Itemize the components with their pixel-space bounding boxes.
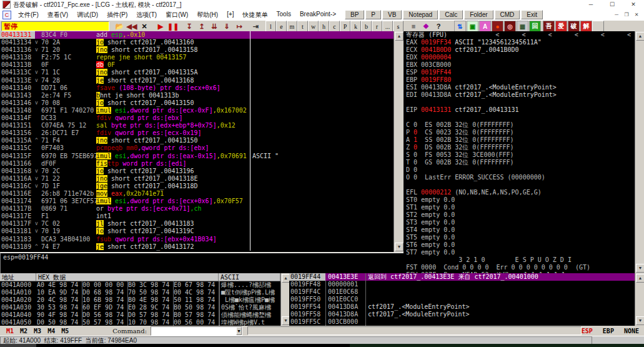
register-line[interactable]: 3 2 1 0 E S P U O Z D I: [404, 256, 635, 264]
empty-toolbar-button[interactable]: [592, 21, 604, 32]
register-line[interactable]: P 0 CS 0023 32位 0(FFFFFFFF): [404, 129, 635, 136]
stack-row[interactable]: 0019FF5800413D8Actf2017_.<ModuleEntryPoi…: [289, 311, 635, 318]
register-line[interactable]: [404, 99, 635, 106]
disasm-row[interactable]: 0041313183C4 F0add esp,-0x10: [0, 31, 394, 39]
register-line[interactable]: EFL 00000212 (NO,NB,NE,A,NS,PO,GE,G): [404, 189, 635, 196]
stack-pane[interactable]: 0019FF4400413E3E返回到 ctf2017_.00413E3E 来自…: [289, 273, 635, 326]
disasm-row[interactable]: 00413140DD71 06fsave (108-byte) ptr ds:[…: [0, 84, 394, 92]
letter-button-dotdotdot[interactable]: ...: [382, 21, 393, 32]
register-line[interactable]: C 0 ES 002B 32位 0(FFFFFFFF): [404, 121, 635, 129]
disasm-row[interactable]: 00413168v70 2Cjo short ctf2017_.00413196: [0, 168, 394, 175]
scroll-down-icon[interactable]: ▼: [636, 316, 644, 325]
register-line[interactable]: ST2 empty 0.0: [404, 211, 635, 219]
stack-row[interactable]: 0019FF50001E0CC0: [289, 296, 635, 303]
letter-button-t[interactable]: t: [297, 21, 308, 32]
register-line[interactable]: T 0 GS 002B 32位 0(FFFFFFFF): [404, 159, 635, 166]
disasm-row[interactable]: 00413136v71 20jno short ctf2017_.0041315…: [0, 46, 394, 54]
brand-button[interactable]: 吾: [543, 21, 555, 32]
register-line[interactable]: [404, 114, 635, 121]
close-button[interactable]: ✕: [623, 0, 644, 9]
disasm-row[interactable]: 0041315C0F7403pcmpeqb mm0,qword ptr ds:[…: [0, 144, 394, 152]
compare-icon[interactable]: ▣: [467, 21, 478, 32]
disasm-row[interactable]: 0041317B0869 71or byte ptr ds:[ecx+0x71]…: [0, 205, 394, 213]
disasm-row[interactable]: 0041316Av71 22jno short ctf2017_.0041318…: [0, 175, 394, 183]
disasm-row[interactable]: 0041315626:DC71 E7fdiv qword ptr es:[ecx…: [0, 129, 394, 137]
letter-button-m[interactable]: m: [287, 21, 297, 32]
disasm-row[interactable]: 00413166dF0Ffisttp word ptr ds:[edi]: [0, 160, 394, 168]
memory-tab-m5[interactable]: M5: [61, 328, 69, 334]
register-line[interactable]: EBP 0019FF80: [404, 76, 635, 84]
hex-dump-pane[interactable]: 地址 HEX 数据 ASCII 0041A000A0 4E 98 7400 00…: [0, 273, 280, 326]
menu-button-folder[interactable]: Folder: [464, 10, 493, 19]
letter-button-l[interactable]: l: [265, 21, 276, 32]
execute-till-cursor-icon[interactable]: ⇥: [249, 21, 262, 32]
stack-row[interactable]: 0019FF5400413D8Actf2017_.<ModuleEntryPoi…: [289, 303, 635, 311]
disasm-row[interactable]: 0041314FDC33fdiv qword ptr ds:[ebx]: [0, 114, 394, 122]
register-line[interactable]: A 1 SS 002B 32位 0(FFFFFFFF): [404, 136, 635, 144]
register-line[interactable]: ST0 empty 0.0: [404, 196, 635, 204]
menu-item-tools[interactable]: Tools: [272, 11, 295, 19]
letter-button-c[interactable]: c: [329, 21, 340, 32]
exit-door-icon[interactable]: 回: [529, 21, 541, 32]
register-line[interactable]: EBX 003CB000: [404, 61, 635, 69]
disasm-row[interactable]: 0041317EF1int1: [0, 213, 394, 220]
stack-scrollbar[interactable]: ▲ ▼: [635, 273, 644, 326]
analyze-icon[interactable]: A: [479, 21, 491, 32]
register-line[interactable]: EDX 00000004: [404, 54, 635, 61]
trace-into-icon[interactable]: ⇊: [208, 21, 220, 32]
disasm-row[interactable]: 0041316Cv7D 1Fjge short ctf2017_.0041318…: [0, 183, 394, 190]
letter-button-s[interactable]: s: [393, 21, 404, 32]
disasm-row[interactable]: 0041315F6970 EB 75EB697imul esi,dword pt…: [0, 153, 394, 160]
column-ascii[interactable]: ASCII: [219, 273, 280, 281]
record-icon[interactable]: ●: [492, 21, 503, 32]
register-line[interactable]: ST7 empty 0.0: [404, 249, 635, 256]
menu-button-p[interactable]: P: [365, 10, 381, 19]
minimize-button[interactable]: ─: [580, 0, 602, 9]
register-line[interactable]: [404, 181, 635, 189]
memory-tab-m1[interactable]: M1: [6, 328, 14, 334]
disasm-row[interactable]: 00413181v70 19jo short ctf2017_.0041319C: [0, 228, 394, 235]
register-line[interactable]: ECX 0041B0D0 ctf2017_.0041B0D0: [404, 46, 635, 54]
swap-icon[interactable]: ⇅: [454, 21, 466, 32]
open-folder-icon[interactable]: 📂: [113, 21, 126, 32]
cpu-window-icon[interactable]: C: [2, 11, 11, 19]
letter-button-w[interactable]: w: [308, 21, 319, 32]
dump-row[interactable]: 0041A000A0 4E 98 7400 00 00 00B0 3C 98 7…: [0, 281, 280, 289]
stack-row[interactable]: 0019FF4400413E3E返回到 ctf2017_.00413E3E 来自…: [289, 273, 635, 281]
dropdown-arrow-icon[interactable]: ▼: [236, 327, 242, 335]
column-address[interactable]: 地址: [0, 273, 36, 281]
menu-button-vb[interactable]: VB: [382, 10, 402, 19]
disassembly-scrollbar[interactable]: ▲ ▼: [394, 31, 404, 252]
menu-button-calc[interactable]: Calc: [439, 10, 463, 19]
registers-pane[interactable]: 寄存器 (FPU) < < < < < < EAX 0019FF34 ASCII…: [404, 31, 635, 273]
register-line[interactable]: ST4 empty 0.0: [404, 226, 635, 234]
register-line[interactable]: O 0 LastErr ERROR_SUCCESS (00000000): [404, 174, 635, 181]
register-line[interactable]: ST5 empty 0.0: [404, 234, 635, 241]
run-icon[interactable]: ▶: [154, 21, 167, 32]
disasm-row[interactable]: 004131432e:74 F5bhnt je short 0041313b: [0, 92, 394, 99]
brand-button[interactable]: 爱: [555, 21, 567, 32]
scroll-down-icon[interactable]: ▼: [636, 264, 644, 273]
menu-item-h[interactable]: 帮助(H): [192, 11, 222, 19]
letter-button-r[interactable]: r: [372, 21, 382, 32]
command-input[interactable]: [151, 327, 236, 335]
disasm-row[interactable]: 0041313Ev74 28je short ctf2017_.00413168: [0, 77, 394, 84]
disasm-row[interactable]: 004131486971 F1 740270imul esi,dword ptr…: [0, 107, 394, 114]
grid-icon[interactable]: ▦: [517, 21, 528, 32]
dump-row[interactable]: 0041A050D0 50 98 7450 57 98 7410 70 98 7…: [0, 319, 280, 326]
help-icon[interactable]: ?: [432, 21, 445, 32]
mdi-close-button[interactable]: ✕: [632, 12, 642, 18]
mdi-restore-button[interactable]: ❐: [622, 12, 632, 18]
stack-row[interactable]: 0019FF4800000001: [289, 281, 635, 288]
register-line[interactable]: ESP 0019FF44: [404, 69, 635, 76]
letter-button-k[interactable]: k: [350, 21, 361, 32]
dump-row[interactable]: 0041A01010 EA 9D 74D0 68 98 7470 50 98 7…: [0, 289, 280, 296]
list-icon[interactable]: ≡: [407, 21, 420, 32]
register-line[interactable]: ST6 empty 0.0: [404, 241, 635, 249]
menu-button-cmd[interactable]: CMD: [495, 10, 520, 19]
letter-button-P[interactable]: P: [340, 21, 350, 32]
mdi-minimize-button[interactable]: ─: [612, 12, 622, 18]
brand-button[interactable]: 解: [580, 21, 592, 32]
disasm-row[interactable]: 00413134v70 2Ajo short ctf2017_.00413160: [0, 39, 394, 46]
register-line[interactable]: FST 0000 Cond 0 0 0 0 Err 0 0 0 0 0 0 0 …: [404, 264, 635, 271]
